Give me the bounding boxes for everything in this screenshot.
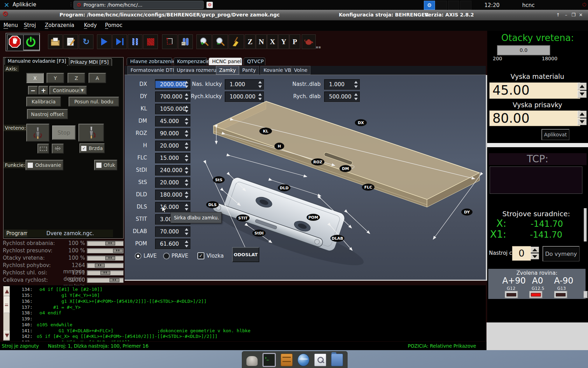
jog-minus-button[interactable]: − (28, 86, 38, 95)
tray-active-icon[interactable]: ⚙ (424, 1, 435, 10)
spinner[interactable] (184, 178, 189, 187)
spinner[interactable] (353, 80, 359, 89)
jog-mode-select[interactable]: Continuous ▼ (49, 86, 87, 95)
spindle-cw-button[interactable] (78, 124, 104, 142)
desktop-logo-icon[interactable]: ✕ (2, 1, 11, 9)
dock-terminal-icon[interactable]: ›_ (262, 353, 276, 367)
param-input-nastr-dlab[interactable]: 1.000 (324, 79, 360, 90)
spinner[interactable] (353, 93, 359, 101)
spinner[interactable] (184, 203, 189, 211)
tab-hlavne-zobrazenie[interactable]: Hlavne zobrazenie (127, 57, 172, 65)
subtab-volne[interactable]: Volne (291, 66, 310, 75)
menu-stroj[interactable]: Stroj (24, 22, 36, 28)
step-button[interactable] (112, 34, 127, 49)
subtab-zamky[interactable]: Zamky (216, 66, 239, 75)
angular-speed-slider[interactable] (87, 270, 124, 275)
task-window-button[interactable]: ⚙ Program: /home/hcnc/... (74, 1, 204, 9)
spinner[interactable] (184, 117, 189, 125)
spinner[interactable] (184, 129, 189, 138)
radio-lave[interactable] (135, 253, 141, 259)
reload-edit-button[interactable] (63, 34, 78, 49)
dock-browser-globe-icon[interactable] (298, 354, 309, 366)
jog-speed-slider[interactable] (87, 263, 124, 268)
max-velocity-slider[interactable] (87, 278, 124, 283)
subtab-formatovanie-dtd[interactable]: Formatovanie DTD (127, 66, 180, 75)
dock-cabinet-icon[interactable] (281, 354, 293, 366)
spinner[interactable] (184, 166, 189, 175)
suction-height-input[interactable]: 80.00 (489, 110, 580, 126)
subtab-uprava-rozmeru[interactable]: Uprava rozmeru (174, 66, 219, 75)
plane-extra-led[interactable] (583, 291, 588, 298)
feed-override-slider[interactable] (87, 241, 124, 246)
spinner[interactable] (184, 105, 189, 113)
param-input-dld[interactable]: 180.000 (155, 190, 190, 200)
radio-prave[interactable] (163, 253, 170, 259)
tab-kompenzacie[interactable]: Kompenzacie (174, 57, 207, 65)
menu-kody[interactable]: Kody (84, 22, 97, 28)
app-mini-icon[interactable]: ⚙ (206, 2, 213, 8)
tab-manual-control[interactable]: Manualne ovladanie [F3] (5, 57, 69, 65)
aplikovat-button[interactable]: Aplikovat (541, 129, 569, 140)
pause-button[interactable] (128, 34, 142, 49)
param-input-stdi[interactable]: 240.000 (155, 165, 190, 176)
menu-menu[interactable]: Menu (4, 22, 18, 28)
param-input-dm[interactable]: 45.000 (155, 116, 190, 127)
param-input-rych-dlab[interactable]: 500.000 (324, 91, 360, 102)
dock-search-doc-icon[interactable] (314, 354, 326, 366)
nastroj-offset-button[interactable]: Nastroj offset (27, 109, 68, 119)
scroll-down-icon[interactable] (4, 331, 10, 340)
dock-folder-icon[interactable] (331, 354, 343, 366)
material-height-input[interactable]: 45.00 (489, 82, 580, 99)
plane-a0-led-button[interactable] (529, 291, 542, 298)
param-input-flc[interactable]: 15.000 (155, 153, 190, 163)
scrollbar-thumb[interactable] (4, 297, 10, 313)
maximize-button[interactable]: ❐ (571, 12, 576, 18)
param-input-pom[interactable]: 61.600 (155, 239, 190, 249)
spindle-ccw-button[interactable] (26, 124, 49, 142)
axis-y-view-button[interactable]: Y (278, 34, 289, 49)
dock-mound-icon[interactable] (246, 356, 258, 366)
param-input-roz[interactable]: 90.000 (155, 128, 190, 139)
menu-pomoc[interactable]: Pomoc (105, 22, 122, 28)
spinner[interactable] (184, 142, 189, 150)
spinner[interactable] (257, 80, 263, 89)
rapid-override-slider[interactable] (87, 248, 124, 253)
jog-plus-button[interactable]: + (38, 86, 48, 95)
run-button[interactable] (97, 34, 112, 49)
ofuk-checkbox-button[interactable]: Ofuk (94, 160, 117, 170)
param-input-dy[interactable]: 700.000 (155, 91, 190, 102)
brzda-checkbox-button[interactable]: ✓ Brzda (79, 143, 105, 153)
suction-height-spinner[interactable] (578, 111, 587, 125)
plane-a90p-led-button[interactable] (505, 291, 518, 298)
subtab-panty[interactable]: Panty (239, 66, 259, 75)
estop-button[interactable] (7, 34, 24, 50)
kalibracia-button[interactable]: Kalibracia (26, 97, 61, 107)
open-file-button[interactable] (48, 34, 63, 49)
param-input-rych-klucky[interactable]: 1000.000 (225, 91, 264, 102)
spinner[interactable] (184, 191, 189, 199)
param-input-h[interactable]: 20.000 (155, 141, 190, 151)
posun-nul-bodu-button[interactable]: Posun nul. bodu (69, 97, 119, 107)
plane-a90m-led-button[interactable] (554, 291, 567, 298)
clear-plot-button[interactable] (229, 34, 244, 49)
tool-number-input[interactable]: 0 (512, 246, 531, 261)
tab-hcnc-panel[interactable]: HCNC panel (209, 57, 242, 65)
axis-x-view-button[interactable]: X (267, 34, 278, 49)
tool-number-spinner[interactable] (531, 247, 539, 259)
minimize-button[interactable]: – (564, 12, 569, 18)
do-vymeny-button[interactable]: Do vymeny (542, 246, 580, 261)
spindle-faster-button[interactable] (52, 144, 64, 154)
spinner[interactable] (184, 93, 189, 101)
axis-z2-view-button[interactable]: N (256, 34, 267, 49)
odsavanie-checkbox-button[interactable]: Odsavanie (26, 160, 63, 170)
axis-a-button[interactable]: A (89, 73, 106, 83)
axis-z-view-button[interactable]: Z (245, 34, 255, 49)
odoslat-button[interactable]: ODOSLAT (232, 247, 259, 262)
param-input-dls[interactable]: 16.000 (155, 202, 190, 212)
axis-y-button[interactable]: Y (47, 73, 64, 83)
menu-zobrazenia[interactable]: Zobrazenia (45, 22, 74, 28)
toggle-plot-button[interactable] (162, 34, 177, 49)
zoom-out-button[interactable] (212, 34, 228, 49)
reload-program-button[interactable]: ↻ (79, 34, 93, 49)
zoom-in-button[interactable] (196, 34, 212, 49)
